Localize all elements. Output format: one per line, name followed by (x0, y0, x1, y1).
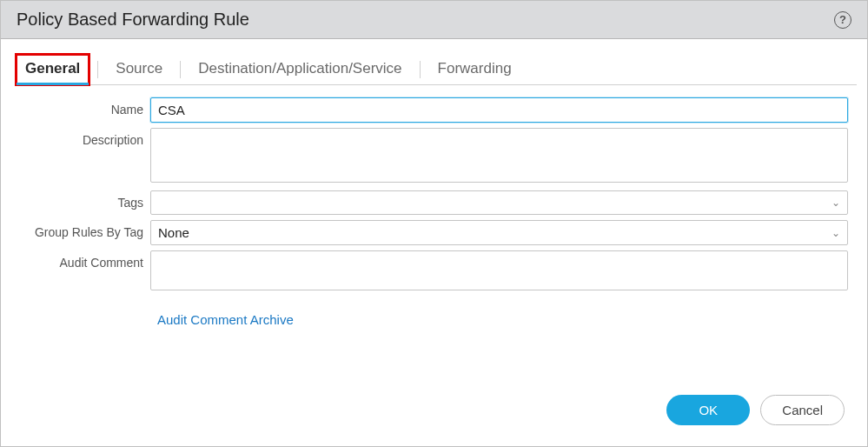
general-form: Name Description Tags ⌄ (11, 85, 857, 327)
tags-select[interactable]: ⌄ (150, 190, 848, 215)
audit-comment-input[interactable] (150, 250, 848, 290)
ok-button[interactable]: OK (666, 395, 750, 425)
tab-separator (180, 61, 181, 78)
tab-source[interactable]: Source (107, 55, 171, 84)
help-icon[interactable]: ? (834, 11, 851, 29)
group-rules-label: Group Rules By Tag (11, 220, 150, 239)
row-group-rules: Group Rules By Tag None ⌄ (11, 220, 848, 245)
row-tags: Tags ⌄ (11, 190, 848, 215)
audit-comment-archive-link[interactable]: Audit Comment Archive (157, 312, 848, 327)
name-label: Name (11, 97, 150, 117)
dialog-title: Policy Based Forwarding Rule (17, 10, 249, 30)
description-label: Description (11, 128, 150, 147)
tab-strip: General Source Destination/Application/S… (17, 55, 857, 85)
tab-forwarding[interactable]: Forwarding (429, 55, 520, 84)
dialog-footer: OK Cancel (11, 386, 857, 437)
chevron-down-icon: ⌄ (832, 197, 840, 209)
group-rules-value: None (158, 225, 189, 240)
row-description: Description (11, 128, 848, 185)
tab-general[interactable]: General (17, 55, 89, 84)
name-input[interactable] (150, 97, 848, 123)
dialog-body: General Source Destination/Application/S… (1, 39, 867, 446)
cancel-button[interactable]: Cancel (760, 395, 845, 425)
row-audit-comment: Audit Comment (11, 250, 848, 293)
tab-separator (97, 61, 98, 78)
pbf-rule-dialog: Policy Based Forwarding Rule ? General S… (0, 0, 868, 447)
chevron-down-icon: ⌄ (832, 227, 840, 239)
description-input[interactable] (150, 128, 848, 183)
tab-destination-application-service[interactable]: Destination/Application/Service (189, 55, 410, 84)
tags-label: Tags (11, 190, 150, 210)
tab-separator (420, 61, 421, 78)
group-rules-select[interactable]: None ⌄ (150, 220, 848, 245)
row-name: Name (11, 97, 848, 123)
audit-comment-label: Audit Comment (11, 250, 150, 270)
dialog-titlebar: Policy Based Forwarding Rule ? (1, 1, 867, 39)
